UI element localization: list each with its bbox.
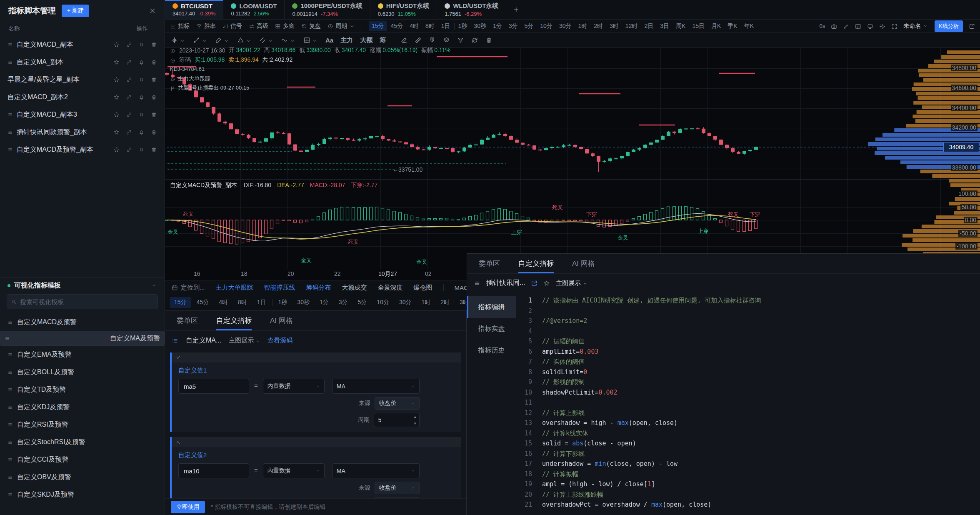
- period-option[interactable]: 12时: [622, 21, 641, 31]
- template-row[interactable]: 自定义CCI及预警: [0, 451, 165, 468]
- camera-button[interactable]: [831, 22, 837, 30]
- template-row[interactable]: 自定义OBV及预警: [0, 468, 165, 486]
- star-action[interactable]: [113, 58, 120, 66]
- period-option[interactable]: 5分: [354, 297, 371, 308]
- variable-name-input[interactable]: [178, 379, 249, 394]
- editor-nav-指标编辑[interactable]: 指标编辑: [467, 296, 516, 318]
- panel-tab-自定义指标[interactable]: 自定义指标: [207, 311, 261, 330]
- star-action[interactable]: [113, 146, 120, 153]
- layout-name-select[interactable]: 未命名: [903, 22, 929, 30]
- template-row[interactable]: 自定义StochRSI及预警: [0, 433, 165, 451]
- draw-tool-magnet[interactable]: [429, 37, 436, 44]
- bell-action[interactable]: [138, 58, 145, 66]
- script-row[interactable]: 早晨之星/黄昏之星_副本: [0, 71, 165, 88]
- display-mode-select[interactable]: 主图展示: [556, 279, 587, 287]
- panel-tab-自定义指标[interactable]: 自定义指标: [509, 254, 563, 273]
- period-option[interactable]: 30分: [556, 21, 575, 31]
- period-option[interactable]: 15日: [689, 21, 708, 31]
- script-row[interactable]: 插针快讯同款预警_副本: [0, 123, 165, 141]
- period-option[interactable]: 1日: [253, 297, 270, 308]
- period-option[interactable]: 2时: [591, 21, 606, 31]
- pencil-button[interactable]: [843, 22, 849, 30]
- period-option[interactable]: 3分: [506, 21, 521, 31]
- period-option[interactable]: 2时: [436, 297, 454, 308]
- toolbar-周期[interactable]: 周期: [328, 22, 355, 30]
- link-action[interactable]: [126, 111, 132, 118]
- quick-tool-大额[interactable]: 大额: [360, 36, 372, 44]
- bell-action[interactable]: [138, 41, 145, 48]
- quick-tool-主力[interactable]: 主力: [340, 36, 353, 44]
- period-option[interactable]: 30秒: [471, 21, 489, 31]
- function-toggle[interactable]: 全景深度: [378, 284, 403, 292]
- script-row[interactable]: 自定义MA_副本: [0, 53, 165, 71]
- monitor-button[interactable]: [867, 22, 873, 30]
- period-option[interactable]: 1时: [575, 21, 590, 31]
- period-option[interactable]: 15分: [170, 297, 191, 308]
- link-action[interactable]: [126, 93, 132, 101]
- link-action[interactable]: [126, 146, 132, 153]
- panel-tab-AI 网格[interactable]: AI 网格: [563, 254, 604, 273]
- draw-tool-trash[interactable]: [485, 37, 492, 44]
- templates-section-header[interactable]: 可视化指标模板: [0, 278, 165, 293]
- remove-card-button[interactable]: [175, 354, 181, 361]
- period-option[interactable]: 3时: [607, 21, 622, 31]
- bell-action[interactable]: [138, 128, 145, 136]
- toolbar-信号[interactable]: 信号: [222, 22, 242, 30]
- period-option[interactable]: 8时: [234, 297, 251, 308]
- period-option[interactable]: 1时: [417, 297, 435, 308]
- toolbar-胜率[interactable]: 胜率: [196, 22, 216, 30]
- collapse-panel-button[interactable]: [969, 22, 975, 30]
- draw-tool-text[interactable]: Aa: [325, 37, 333, 44]
- step-down[interactable]: ▼: [411, 420, 419, 427]
- template-row[interactable]: 自定义MA及预警: [0, 331, 165, 346]
- function-toggle[interactable]: 筹码分布: [306, 284, 331, 292]
- panel-tab-委单区[interactable]: 委单区: [470, 254, 509, 273]
- gear-button[interactable]: [879, 22, 885, 30]
- template-row[interactable]: 自定义KDJ及预警: [0, 398, 165, 416]
- toolbar-复盘[interactable]: 复盘: [301, 22, 321, 30]
- template-row[interactable]: 自定义SKDJ及预警: [0, 486, 165, 503]
- draw-tool-sync[interactable]: [471, 37, 478, 44]
- period-option[interactable]: 8时: [422, 21, 438, 31]
- pair-tab[interactable]: WLD/USDT永续1.7561-6.29%: [437, 0, 506, 19]
- script-row[interactable]: 自定义MACD_副本2: [0, 88, 165, 106]
- search-input[interactable]: [20, 298, 153, 305]
- period-option[interactable]: 5分: [522, 21, 537, 31]
- toolbar-多窗[interactable]: 多窗: [275, 22, 295, 30]
- period-option[interactable]: 年K: [741, 21, 757, 31]
- display-mode-select[interactable]: 主图展示: [229, 337, 260, 345]
- origin-select[interactable]: 收盘价: [375, 482, 420, 494]
- link-action[interactable]: [126, 128, 132, 136]
- period-option[interactable]: 15分: [369, 21, 387, 31]
- bell-action[interactable]: [138, 146, 145, 153]
- link-action[interactable]: [126, 58, 132, 66]
- period-option[interactable]: 1日: [438, 21, 453, 31]
- link-action[interactable]: [126, 76, 132, 83]
- bell-action[interactable]: [138, 76, 145, 83]
- candlestick-chart[interactable]: [165, 48, 980, 280]
- pair-tab[interactable]: 1000PEPE/USDT永续0.0011914-7.34%: [285, 0, 370, 19]
- period-option[interactable]: 月K: [708, 21, 724, 31]
- star-action[interactable]: [113, 128, 120, 136]
- script-row[interactable]: 自定义MACD_副本: [0, 36, 165, 53]
- trash-action[interactable]: [151, 146, 157, 153]
- function-toggle[interactable]: 主力大单跟踪: [216, 284, 253, 292]
- function-select[interactable]: MA: [332, 463, 420, 478]
- trash-action[interactable]: [151, 76, 157, 83]
- panel-tab-AI 网格[interactable]: AI 网格: [261, 311, 302, 330]
- indicator-list-icon[interactable]: [172, 337, 178, 344]
- draw-tool-shapes[interactable]: [237, 36, 252, 44]
- code-editor[interactable]: 1// 该指标由 AICOIN研究院 创建, 如遇任何使用问题, 可加入指标社群…: [516, 292, 980, 515]
- star-icon[interactable]: [543, 279, 550, 287]
- star-action[interactable]: [113, 41, 120, 48]
- toolbar-高级[interactable]: 高级: [249, 22, 268, 30]
- collapse-icon[interactable]: [152, 282, 157, 290]
- editor-nav-指标实盘[interactable]: 指标实盘: [467, 318, 516, 340]
- toolbar-指标[interactable]: 指标: [170, 22, 190, 30]
- apply-button[interactable]: 立即使用: [171, 501, 205, 513]
- draw-tool-crosshair[interactable]: [171, 36, 186, 44]
- trash-action[interactable]: [151, 111, 157, 118]
- view-source-link[interactable]: 查看源码: [268, 337, 292, 345]
- step-up[interactable]: ▲: [411, 413, 419, 420]
- period-option[interactable]: 30分: [395, 297, 416, 308]
